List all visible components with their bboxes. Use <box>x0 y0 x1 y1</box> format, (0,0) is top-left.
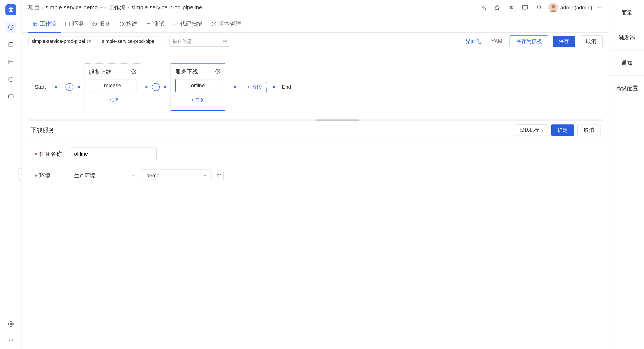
tab-version[interactable]: 版本管理 <box>207 20 246 33</box>
user-menu[interactable]: admin(admin) <box>548 3 592 12</box>
header-actions: admin(admin) ⋯ <box>479 3 603 12</box>
sidebar-reports[interactable] <box>6 334 16 345</box>
pipeline-flow: Start + 服务上线 <box>35 63 596 111</box>
task-offline-btn[interactable]: offline <box>175 79 220 92</box>
save-template-btn[interactable]: 保存为模板 <box>510 36 548 47</box>
download-icon-btn[interactable] <box>479 3 488 12</box>
sidebar-item-monitor[interactable] <box>6 92 16 102</box>
tab-test[interactable]: 测试 <box>142 20 169 33</box>
panel-header: 下线服务 默认执行 确定 取消 <box>22 122 609 139</box>
panel-cancel-btn[interactable]: 取消 <box>578 124 600 136</box>
service-tab-icon <box>92 22 97 26</box>
test-tab-icon <box>146 22 151 26</box>
apps-icon-btn[interactable] <box>507 3 516 12</box>
pipeline-desc-input[interactable]: 描述信息 <box>169 36 230 46</box>
stage-1-title: 服务上线 <box>89 68 112 76</box>
task-name-row: 任务名称 <box>35 148 596 160</box>
stage-2-box: 服务下线 offline + 任务 <box>170 63 225 111</box>
task-release-btn[interactable]: release <box>89 79 137 92</box>
translate-icon-btn[interactable] <box>493 3 502 12</box>
required-indicator-1 <box>35 153 37 155</box>
svg-rect-2 <box>8 95 13 98</box>
bell-icon-btn[interactable] <box>534 3 543 12</box>
tab-navigation: 工作流 环境 服务 构建 测试 代码扫描 <box>22 15 609 33</box>
service-select[interactable]: demo <box>142 169 212 182</box>
stage-2-title: 服务下线 <box>175 68 198 76</box>
cancel-btn[interactable]: 取消 <box>580 36 603 47</box>
line-1 <box>46 87 54 87</box>
task-name-input[interactable] <box>70 148 157 160</box>
breadcrumb-sep-1: › <box>42 5 43 10</box>
tab-codescan[interactable]: 代码扫描 <box>169 20 207 33</box>
line-12 <box>275 87 282 87</box>
add-stage-btn[interactable]: + 阶段 <box>242 81 267 93</box>
dot-4 <box>164 86 166 88</box>
svg-rect-14 <box>33 22 37 26</box>
tab-service[interactable]: 服务 <box>88 20 115 33</box>
toolbar-right: 界面化 │ YAML 保存为模板 保存 取消 <box>466 36 603 47</box>
env-label: 环境 <box>35 172 70 180</box>
scrollbar-indicator[interactable] <box>28 120 603 121</box>
env-tab-icon <box>65 22 70 26</box>
docs-icon-btn[interactable] <box>521 3 529 12</box>
pipeline-canvas: Start + 服务上线 <box>22 50 609 120</box>
tab-build[interactable]: 构建 <box>115 20 142 33</box>
svg-point-10 <box>510 8 511 9</box>
chevron-down-icon <box>99 6 102 9</box>
tab-environment[interactable]: 环境 <box>61 20 88 33</box>
env-select[interactable]: 生产环境 <box>70 169 139 182</box>
chevron-down-env-icon <box>131 174 135 178</box>
task-name-label: 任务名称 <box>35 150 70 158</box>
required-indicator-2 <box>35 174 37 177</box>
service-detail-btn[interactable] <box>214 171 224 180</box>
add-task-stage2-btn[interactable]: + 任务 <box>175 94 220 106</box>
chevron-down-service-icon <box>203 174 207 178</box>
add-before-stage1-btn[interactable]: + <box>66 83 73 91</box>
add-task-stage1-btn[interactable]: + 任务 <box>89 94 137 106</box>
breadcrumb-project[interactable]: 项目 <box>28 4 40 11</box>
right-panel-notifications[interactable]: 通知 <box>610 50 644 76</box>
exec-mode-dropdown[interactable]: 默认执行 <box>516 124 548 136</box>
stage-1-settings-btn[interactable] <box>131 69 136 75</box>
breadcrumb: 项目 › simple-service-demo › 工作流 › simple-… <box>28 4 202 11</box>
line-6 <box>148 87 152 87</box>
svg-point-8 <box>510 6 511 8</box>
add-between-stages-btn[interactable]: + <box>152 83 160 91</box>
panel-confirm-btn[interactable]: 确定 <box>551 124 574 136</box>
dot-2 <box>78 86 80 88</box>
stage-2-settings-btn[interactable] <box>215 69 220 75</box>
scrollbar-thumb[interactable] <box>316 120 359 121</box>
tab-workflow[interactable]: 工作流 <box>28 20 61 33</box>
view-switch: 界面化 │ YAML <box>466 38 505 45</box>
sidebar-item-cube[interactable] <box>6 74 16 85</box>
add-stage-area: + 阶段 <box>242 81 267 93</box>
line-8 <box>166 87 170 87</box>
sidebar-item-pipeline[interactable] <box>6 39 16 50</box>
right-panel-advanced[interactable]: 高级配置 <box>610 76 644 101</box>
view-gui-btn[interactable]: 界面化 <box>466 38 481 45</box>
line-11 <box>266 87 273 87</box>
docs-icon <box>522 4 528 11</box>
more-options-btn[interactable]: ⋯ <box>598 4 603 11</box>
breadcrumb-workflow[interactable]: 工作流 <box>108 4 126 11</box>
view-yaml-btn[interactable]: YAML <box>491 38 505 44</box>
right-panel-triggers[interactable]: 触发器 <box>610 25 644 50</box>
end-label: End <box>282 84 291 90</box>
right-panel-variables[interactable]: 变量 <box>610 0 644 25</box>
logo-icon <box>8 7 14 13</box>
pipeline-name-input-1[interactable]: simple-service-prod-pipel <box>28 36 94 46</box>
avatar <box>548 3 558 12</box>
save-btn[interactable]: 保存 <box>552 36 575 47</box>
build-tab-icon <box>119 22 124 26</box>
chevron-down-exec-icon <box>540 128 544 132</box>
dot-3 <box>145 86 148 88</box>
sidebar-item-dashboard[interactable] <box>6 22 16 33</box>
download-icon <box>480 4 486 11</box>
pipeline-name-input-2[interactable]: simple-service-prod-pipel <box>99 36 165 46</box>
settings-icon <box>8 321 14 327</box>
sidebar-settings[interactable] <box>6 318 16 330</box>
breadcrumb-service[interactable]: simple-service-demo <box>46 4 102 11</box>
pipeline-icon <box>8 42 14 48</box>
sidebar-item-test[interactable] <box>6 56 16 68</box>
svg-point-9 <box>511 6 512 8</box>
